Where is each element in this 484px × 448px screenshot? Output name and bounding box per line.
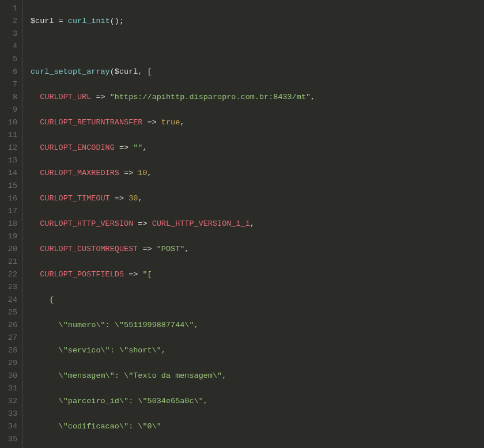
line-number-gutter: 1 2 3 4 5 6 7 8 9 10 11 12 13 14 15 16 1…: [0, 0, 22, 448]
string: \"servico\": \"short\",: [31, 346, 166, 355]
code-line: CURLOPT_POSTFIELDS => "[: [31, 268, 353, 281]
line-number: 17: [2, 205, 17, 218]
string: "": [133, 143, 142, 152]
boolean: true: [161, 118, 180, 127]
option-key: CURLOPT_TIMEOUT: [40, 194, 110, 203]
line-number: 2: [2, 15, 17, 28]
line-number: 15: [2, 180, 17, 192]
code-line: CURLOPT_URL => "https://apihttp.disparop…: [31, 91, 353, 104]
line-number: 13: [2, 154, 17, 167]
line-number: 18: [2, 218, 17, 230]
string: \"mensagem\": \"Texto da mensagem\",: [31, 371, 226, 380]
string: {: [31, 295, 54, 304]
line-number: 35: [2, 433, 17, 446]
function-call: curl_init: [68, 17, 110, 25]
punctuation: ,: [250, 219, 255, 228]
constant: CURL_HTTP_VERSION_1_1: [152, 219, 250, 228]
line-number: 11: [2, 129, 17, 142]
arrow: =>: [115, 143, 133, 152]
string: "https://apihttp.disparopro.com.br:8433/…: [110, 93, 311, 101]
code-line: curl_setopt_array($curl, [: [31, 66, 353, 78]
punctuation: (: [110, 67, 115, 76]
line-number: 21: [2, 256, 17, 268]
code-line: $curl = curl_init();: [31, 15, 353, 28]
line-number: 12: [2, 142, 17, 154]
option-key: CURLOPT_HTTP_VERSION: [40, 219, 133, 228]
number: 10: [138, 169, 147, 177]
option-key: CURLOPT_MAXREDIRS: [40, 169, 119, 177]
arrow: =>: [133, 219, 152, 228]
code-line: \"servico\": \"short\",: [31, 344, 353, 357]
line-number: 14: [2, 167, 17, 180]
line-number: 8: [2, 91, 17, 104]
line-number: 29: [2, 357, 17, 370]
code-line: CURLOPT_HTTP_VERSION => CURL_HTTP_VERSIO…: [31, 218, 353, 230]
arrow: =>: [119, 169, 138, 177]
line-number: 19: [2, 230, 17, 243]
line-number: 16: [2, 192, 17, 205]
punctuation: ();: [110, 17, 124, 25]
code-line: CURLOPT_TIMEOUT => 30,: [31, 192, 353, 205]
punctuation: ,: [311, 93, 315, 101]
variable: $curl: [31, 17, 54, 25]
line-number: 30: [2, 370, 17, 382]
string: \"codificacao\": \"0\": [31, 422, 161, 431]
line-number: 5: [2, 53, 17, 66]
line-number: 3: [2, 28, 17, 40]
string: "POST": [157, 245, 185, 253]
line-number: 32: [2, 395, 17, 408]
option-key: CURLOPT_URL: [40, 93, 91, 101]
arrow: =>: [91, 93, 109, 101]
line-number: 25: [2, 306, 17, 319]
code-line: CURLOPT_RETURNTRANSFER => true,: [31, 116, 353, 129]
line-number: 9: [2, 104, 17, 116]
code-line: [31, 40, 353, 53]
line-number: 1: [2, 2, 17, 15]
line-number: 6: [2, 66, 17, 78]
line-number: 23: [2, 281, 17, 294]
variable: $curl: [115, 67, 138, 76]
option-key: CURLOPT_CUSTOMREQUEST: [40, 245, 138, 253]
string: "[: [142, 270, 152, 279]
line-number: 28: [2, 344, 17, 357]
punctuation: ,: [184, 245, 189, 253]
option-key: CURLOPT_ENCODING: [40, 143, 115, 152]
line-number: 22: [2, 268, 17, 281]
code-line: }: [31, 446, 353, 448]
arrow: =>: [142, 118, 161, 127]
line-number: 7: [2, 78, 17, 91]
code-area: $curl = curl_init(); curl_setopt_array($…: [22, 0, 353, 448]
line-number: 27: [2, 332, 17, 344]
arrow: =>: [124, 270, 142, 279]
line-number: 4: [2, 40, 17, 53]
code-line: \"parceiro_id\": \"5034e65a0c\",: [31, 395, 353, 408]
punctuation: , [: [138, 67, 152, 76]
code-line: CURLOPT_ENCODING => "",: [31, 142, 353, 154]
punctuation: ,: [180, 118, 184, 127]
line-number: 24: [2, 294, 17, 306]
code-line: \"codificacao\": \"0\": [31, 420, 353, 433]
function-call: curl_setopt_array: [31, 67, 110, 76]
punctuation: ,: [142, 143, 147, 152]
string: \"parceiro_id\": \"5034e65a0c\",: [31, 397, 208, 405]
option-key: CURLOPT_POSTFIELDS: [40, 270, 124, 279]
line-number: 26: [2, 319, 17, 332]
line-number: 34: [2, 420, 17, 433]
code-line: {: [31, 294, 353, 306]
code-editor: 1 2 3 4 5 6 7 8 9 10 11 12 13 14 15 16 1…: [0, 0, 484, 448]
operator: =: [54, 17, 68, 25]
line-number: 33: [2, 408, 17, 420]
code-line: CURLOPT_CUSTOMREQUEST => "POST",: [31, 243, 353, 256]
code-line: CURLOPT_MAXREDIRS => 10,: [31, 167, 353, 180]
string: \"numero\": \"5511999887744\",: [31, 321, 199, 329]
punctuation: ,: [148, 169, 152, 177]
arrow: =>: [138, 245, 156, 253]
line-number: 20: [2, 243, 17, 256]
line-number: 31: [2, 382, 17, 395]
arrow: =>: [110, 194, 128, 203]
code-line: \"mensagem\": \"Texto da mensagem\",: [31, 370, 353, 382]
number: 30: [128, 194, 138, 203]
code-line: \"numero\": \"5511999887744\",: [31, 319, 353, 332]
line-number: 10: [2, 116, 17, 129]
option-key: CURLOPT_RETURNTRANSFER: [40, 118, 142, 127]
